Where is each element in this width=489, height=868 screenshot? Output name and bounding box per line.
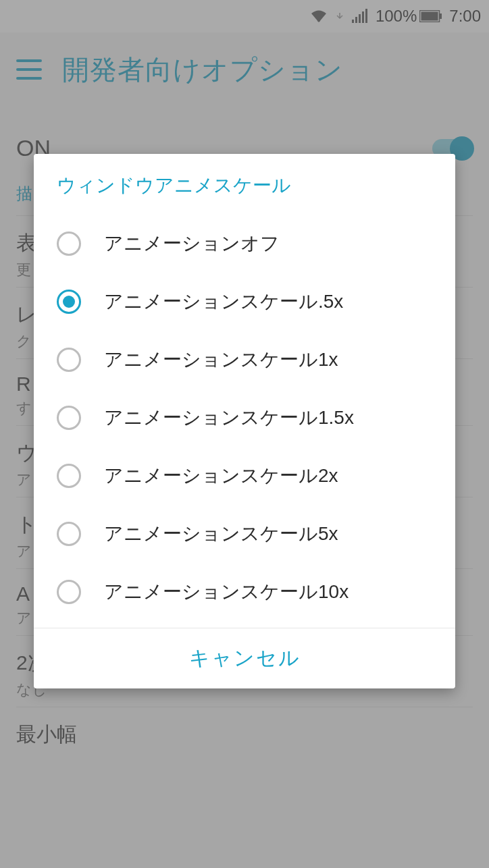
option-label: アニメーションスケール.5x — [104, 289, 343, 315]
radio-icon — [57, 580, 81, 604]
dialog-title: ウィンドウアニメスケール — [34, 154, 455, 215]
option-label: アニメーションスケール1.5x — [104, 405, 354, 431]
animation-scale-dialog: ウィンドウアニメスケール アニメーションオフアニメーションスケール.5xアニメー… — [34, 154, 455, 688]
radio-icon — [57, 232, 81, 256]
option-label: アニメーションスケール10x — [104, 579, 349, 605]
option-label: アニメーションスケール1x — [104, 347, 338, 373]
dialog-footer: キャンセル — [34, 628, 455, 688]
dialog-option[interactable]: アニメーションスケール1x — [34, 331, 455, 389]
radio-icon — [57, 522, 81, 546]
radio-icon — [57, 464, 81, 488]
dialog-option[interactable]: アニメーションオフ — [34, 215, 455, 273]
dialog-option[interactable]: アニメーションスケール10x — [34, 563, 455, 621]
option-label: アニメーションオフ — [104, 231, 280, 256]
radio-icon — [57, 348, 81, 372]
dialog-option[interactable]: アニメーションスケール1.5x — [34, 389, 455, 447]
dialog-option[interactable]: アニメーションスケール2x — [34, 447, 455, 505]
cancel-button[interactable]: キャンセル — [189, 645, 301, 672]
option-label: アニメーションスケール2x — [104, 463, 338, 489]
option-label: アニメーションスケール5x — [104, 521, 338, 547]
dialog-option[interactable]: アニメーションスケール.5x — [34, 273, 455, 331]
dialog-options: アニメーションオフアニメーションスケール.5xアニメーションスケール1xアニメー… — [34, 215, 455, 628]
dialog-option[interactable]: アニメーションスケール5x — [34, 505, 455, 563]
radio-icon — [57, 290, 81, 314]
radio-icon — [57, 406, 81, 430]
